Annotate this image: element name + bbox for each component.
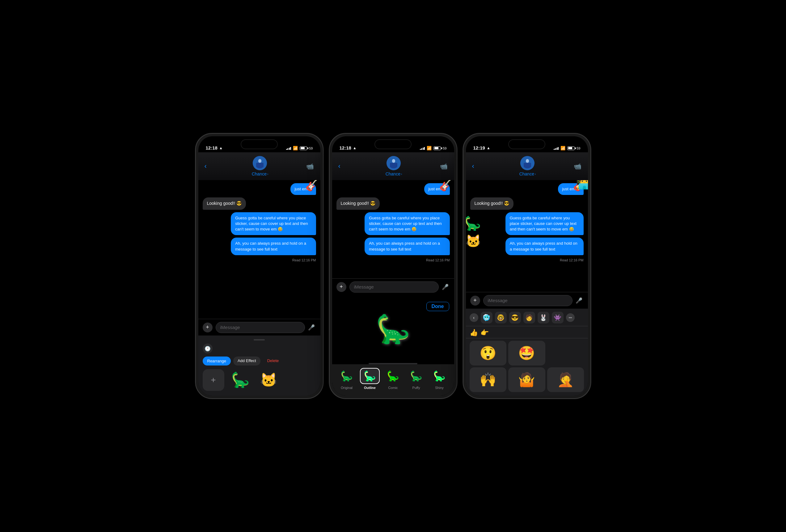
imessage-input-2[interactable]: iMessage — [349, 281, 439, 293]
msg-row-out-6: Ah, you can always press and hold on a m… — [337, 237, 450, 255]
imessage-input-3[interactable]: iMessage — [483, 295, 573, 306]
add-effect-tab[interactable]: Add Effect — [233, 356, 260, 366]
effect-option-original[interactable]: 🦕 Original — [337, 368, 356, 390]
avatar-2 — [387, 156, 401, 170]
nav-center-1[interactable]: Chance › — [252, 156, 269, 177]
wifi-icon-2: 📶 — [427, 146, 432, 151]
signal-bars-3 — [554, 146, 559, 150]
read-receipt-1: Read 12:16 PM — [292, 258, 316, 262]
messages-area-2: just emoji 🎸 Looking good!! 😎 Guess gott… — [332, 180, 454, 278]
back-button-3[interactable]: ‹ — [472, 162, 481, 170]
rearrange-tab[interactable]: Rearrange — [203, 356, 231, 366]
pointing-tab[interactable]: 👉 — [481, 329, 489, 337]
memoji-panel-3: ‹ 🥶 🤓 😎 🧑 🐰 👾 ••• 👍 👉 — [466, 309, 588, 396]
battery-percent-3: 59 — [577, 146, 580, 150]
sticker-panel-1: 🕐 Rearrange Add Effect Delete + 🦕 🐱 — [198, 336, 320, 396]
msg-row-out-9: Ah, you can always press and hold on a m… — [470, 237, 584, 255]
memoji-item-4[interactable]: 🙌 — [470, 367, 507, 392]
guitar-sticker-2: 🎸 — [438, 180, 453, 192]
effect-preview-2: Done 🦕 — [332, 295, 454, 363]
dino-sticker-item[interactable]: 🦕 — [228, 369, 253, 391]
signal-bars-2 — [420, 146, 425, 150]
memoji-item-1[interactable]: 😲 — [470, 341, 507, 366]
effect-option-outline[interactable]: 🦕 Outline — [360, 368, 380, 390]
video-call-button-1[interactable]: 📹 — [306, 162, 314, 170]
effect-label-original: Original — [341, 386, 352, 390]
effect-label-puffy: Puffy — [413, 386, 420, 390]
svg-rect-3 — [256, 163, 263, 167]
battery-icon-1 — [300, 146, 307, 150]
delete-tab[interactable]: Delete — [263, 356, 283, 366]
clock-icon-1[interactable]: 🕐 — [203, 344, 213, 353]
effect-thumb-shiny: 🦕 — [430, 368, 449, 384]
nav-center-3[interactable]: Chance › — [519, 156, 536, 177]
dino-emoji: 🦕 — [231, 371, 250, 389]
memoji-tab-bunny[interactable]: 🐰 — [538, 312, 549, 323]
memoji-tab-person[interactable]: 🧑 — [524, 312, 535, 323]
read-receipt-2: Read 12:16 PM — [426, 258, 449, 262]
svg-rect-11 — [524, 163, 531, 167]
location-icon-1: ▲ — [219, 146, 223, 150]
msg-row-out-5: Guess gotta be careful where you place s… — [337, 212, 450, 235]
messages-area-1: just emoji 🎸 Looking good!! 😎 Guess gott… — [198, 180, 320, 319]
dynamic-island-2 — [374, 139, 412, 149]
memoji-tab-glasses[interactable]: 🤓 — [495, 312, 507, 323]
mic-icon-3[interactable]: 🎤 — [576, 297, 582, 304]
status-time-1: 12:18 ▲ — [206, 145, 223, 151]
back-button-1[interactable]: ‹ — [205, 162, 214, 170]
more-options-button[interactable]: ••• — [566, 313, 575, 322]
done-button[interactable]: Done — [426, 302, 449, 311]
phone-3: 12:19 ▲ 📶 59 — [463, 133, 591, 399]
memoji-laptop-sticker: 🧑‍💻 — [576, 180, 588, 190]
original-icon: 🦕 — [341, 370, 353, 382]
thumbs-up-tab[interactable]: 👍 — [470, 329, 478, 337]
phone-1: 12:18 ▲ 📶 59 — [195, 133, 323, 399]
wifi-icon-1: 📶 — [293, 146, 298, 151]
nav-header-2: ‹ Chance › 📹 — [332, 152, 454, 180]
messages-area-3: just emoji 🎸 🧑‍💻 Looking good!! 😎 🦕 — [466, 180, 588, 292]
add-sticker-button[interactable]: + — [203, 369, 224, 391]
contact-name-3: Chance › — [519, 171, 536, 177]
memoji-item-5[interactable]: 🤷 — [508, 367, 545, 392]
location-icon-3: ▲ — [487, 146, 490, 150]
memoji-back-button[interactable]: ‹ — [470, 313, 478, 322]
video-call-button-2[interactable]: 📹 — [440, 162, 448, 170]
nav-header-3: ‹ Chance › 📹 — [466, 152, 588, 180]
sticker-tabs-1: Rearrange Add Effect Delete — [203, 356, 316, 366]
msg-bubble-10: Looking good!! 😎 — [470, 198, 514, 210]
chevron-icon-1: › — [267, 172, 268, 176]
chevron-icon-3: › — [535, 172, 536, 176]
memoji-tab-alien[interactable]: 👾 — [552, 312, 563, 323]
sticker-grid-1: + 🦕 🐱 — [203, 369, 316, 391]
mic-icon-1[interactable]: 🎤 — [308, 324, 315, 331]
msg-bubble-7: Guess gotta be careful where you place s… — [365, 212, 449, 235]
battery-percent-1: 59 — [309, 146, 313, 150]
msg-row-out-2: Guess gotta be careful where you place s… — [203, 212, 316, 235]
contact-name-1: Chance › — [252, 171, 269, 177]
phones-container: 12:18 ▲ 📶 59 — [189, 127, 597, 405]
avatar-1 — [253, 156, 267, 170]
svg-rect-7 — [390, 163, 397, 167]
cat-emoji: 🐱 — [260, 372, 277, 388]
back-button-2[interactable]: ‹ — [338, 162, 348, 170]
memoji-tab-shades[interactable]: 😎 — [509, 312, 521, 323]
plus-button-1[interactable]: + — [203, 323, 213, 332]
svg-rect-9 — [526, 159, 529, 163]
memoji-tab-blue-face[interactable]: 🥶 — [481, 312, 492, 323]
plus-button-3[interactable]: + — [470, 296, 480, 305]
msg-row-in-2: Looking good!! 😎 — [337, 198, 450, 210]
plus-button-2[interactable]: + — [337, 282, 346, 292]
effect-option-comic[interactable]: 🦕 Comic — [383, 368, 403, 390]
msg-row-out-1: just emoji 🎸 — [203, 183, 316, 195]
video-call-button-3[interactable]: 📹 — [574, 162, 581, 170]
effect-option-shiny[interactable]: 🦕 Shiny — [430, 368, 449, 390]
cat-sticker-item[interactable]: 🐱 — [256, 369, 281, 391]
mic-icon-2[interactable]: 🎤 — [442, 284, 448, 291]
msg-bubble-8: Ah, you can always press and hold on a m… — [365, 237, 449, 255]
effect-option-puffy[interactable]: 🦕 Puffy — [406, 368, 426, 390]
status-icons-1: 📶 59 — [286, 146, 313, 151]
memoji-item-6[interactable]: 🤦 — [547, 367, 584, 392]
memoji-item-2[interactable]: 🤩 — [508, 341, 545, 366]
nav-center-2[interactable]: Chance › — [386, 156, 402, 177]
imessage-input-1[interactable]: iMessage — [216, 322, 305, 333]
